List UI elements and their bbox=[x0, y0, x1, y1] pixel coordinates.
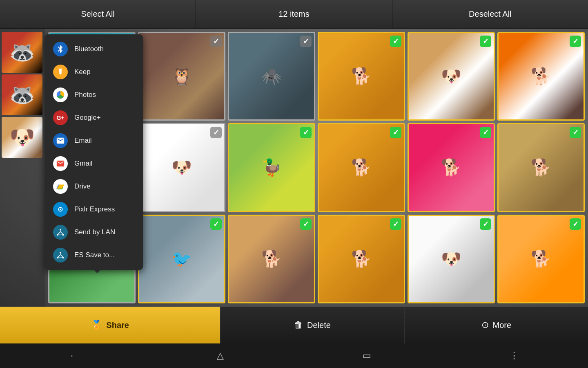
popup-label-keep: Keep bbox=[74, 68, 91, 76]
grid-item-4[interactable]: 🐕✓ bbox=[318, 32, 405, 121]
recents-icon: ▭ bbox=[363, 350, 371, 361]
top-bar: Select All 12 items Deselect All bbox=[0, 0, 588, 29]
share-popup: BluetoothKeepPhotosG+Google+EmailGmailDr… bbox=[45, 34, 143, 270]
popup-label-lan: Send by LAN bbox=[74, 228, 115, 236]
grid-item-14[interactable]: 🐦✓ bbox=[138, 215, 225, 303]
bluetooth-icon bbox=[53, 42, 68, 56]
svg-point-2 bbox=[60, 209, 61, 210]
check-badge-15: ✓ bbox=[300, 218, 312, 230]
grid-item-5[interactable]: 🐶✓ bbox=[408, 32, 495, 121]
nav-menu-icon: ⋮ bbox=[510, 350, 519, 361]
popup-item-googleplus[interactable]: G+Google+ bbox=[45, 106, 143, 129]
recents-button[interactable]: ▭ bbox=[350, 346, 383, 365]
popup-label-photos: Photos bbox=[74, 91, 96, 99]
check-badge-6: ✓ bbox=[570, 36, 581, 47]
nav-menu-button[interactable]: ⋮ bbox=[497, 346, 531, 365]
share-icon: 🏅 bbox=[91, 320, 102, 330]
main-area: 🦝 🦝 🐶 🐟✓🦉✓🕷️✓🐕✓🐶✓🐕✓🐈✓🐶✓🦆✓🐕✓🐕✓🐕✓🦋✓🐦✓🐕✓🐕✓🐶… bbox=[0, 29, 588, 307]
gmail-icon bbox=[53, 156, 68, 171]
lan-icon bbox=[53, 225, 68, 240]
delete-icon: 🗑 bbox=[294, 320, 303, 330]
popup-label-gmail: Gmail bbox=[74, 159, 92, 168]
svg-point-3 bbox=[60, 229, 61, 231]
popup-label-essave: ES Save to... bbox=[74, 251, 115, 259]
item-count: 12 items bbox=[196, 0, 392, 28]
keep-icon bbox=[53, 65, 68, 79]
left-thumb-1[interactable]: 🦝 bbox=[2, 32, 42, 73]
popup-item-bluetooth[interactable]: Bluetooth bbox=[45, 38, 143, 61]
home-button[interactable]: △ bbox=[205, 346, 236, 365]
left-thumb-3[interactable]: 🐶 bbox=[2, 117, 42, 158]
deselect-all-label: Deselect All bbox=[469, 9, 512, 19]
select-all-label: Select All bbox=[81, 9, 115, 19]
check-badge-17: ✓ bbox=[480, 218, 491, 230]
more-label: More bbox=[493, 321, 512, 330]
check-badge-9: ✓ bbox=[300, 127, 312, 138]
popup-item-gmail[interactable]: Gmail bbox=[45, 152, 143, 175]
item-count-label: 12 items bbox=[278, 9, 310, 19]
grid-item-17[interactable]: 🐶✓ bbox=[408, 215, 495, 303]
bottom-toolbar: 🏅 Share 🗑 Delete ⊙ More bbox=[0, 307, 588, 343]
popup-item-keep[interactable]: Keep bbox=[45, 61, 143, 83]
popup-item-pixlr[interactable]: Pixlr Express bbox=[45, 198, 143, 221]
popup-item-lan[interactable]: Send by LAN bbox=[45, 221, 143, 244]
grid-item-6[interactable]: 🐕✓ bbox=[497, 32, 585, 121]
check-badge-18: ✓ bbox=[570, 218, 581, 230]
deselect-all-button[interactable]: Deselect All bbox=[392, 0, 588, 28]
essave-icon bbox=[53, 248, 68, 263]
email-icon bbox=[53, 133, 68, 148]
grid-item-3[interactable]: 🕷️✓ bbox=[228, 32, 315, 121]
nav-bar: ← △ ▭ ⋮ bbox=[0, 343, 588, 368]
check-badge-12: ✓ bbox=[570, 127, 581, 138]
grid-item-18[interactable]: 🐕✓ bbox=[497, 215, 585, 303]
pixlr-icon bbox=[53, 202, 68, 217]
check-badge-3: ✓ bbox=[300, 36, 312, 47]
popup-label-bluetooth: Bluetooth bbox=[74, 45, 104, 53]
grid-item-2[interactable]: 🦉✓ bbox=[138, 32, 225, 121]
popup-label-pixlr: Pixlr Express bbox=[74, 205, 115, 213]
grid-item-8[interactable]: 🐶✓ bbox=[138, 123, 225, 212]
popup-item-email[interactable]: Email bbox=[45, 129, 143, 152]
left-column: 🦝 🦝 🐶 bbox=[0, 29, 45, 307]
popup-label-drive: Drive bbox=[74, 182, 91, 191]
left-thumb-2[interactable]: 🦝 bbox=[2, 74, 42, 115]
check-badge-10: ✓ bbox=[390, 127, 401, 138]
grid-item-12[interactable]: 🐕✓ bbox=[497, 123, 585, 212]
check-badge-8: ✓ bbox=[210, 127, 222, 138]
popup-label-googleplus: Google+ bbox=[74, 114, 101, 122]
share-button[interactable]: 🏅 Share bbox=[0, 307, 220, 343]
grid-item-11[interactable]: 🐕✓ bbox=[408, 123, 495, 212]
check-badge-5: ✓ bbox=[480, 36, 491, 47]
drive-icon bbox=[53, 179, 68, 194]
check-badge-2: ✓ bbox=[210, 36, 222, 47]
share-label: Share bbox=[106, 321, 129, 330]
check-badge-11: ✓ bbox=[480, 127, 491, 138]
more-button[interactable]: ⊙ More bbox=[405, 307, 588, 343]
delete-button[interactable]: 🗑 Delete bbox=[220, 307, 404, 343]
check-badge-4: ✓ bbox=[390, 36, 401, 47]
popup-item-essave[interactable]: ES Save to... bbox=[45, 244, 143, 267]
popup-label-email: Email bbox=[74, 137, 92, 145]
back-icon: ← bbox=[69, 350, 78, 361]
svg-point-6 bbox=[60, 252, 61, 254]
check-badge-16: ✓ bbox=[390, 218, 401, 230]
popup-item-drive[interactable]: Drive bbox=[45, 175, 143, 198]
delete-label: Delete bbox=[307, 321, 331, 330]
back-button[interactable]: ← bbox=[57, 346, 91, 365]
googleplus-icon: G+ bbox=[53, 110, 68, 125]
more-icon: ⊙ bbox=[481, 320, 489, 330]
select-all-button[interactable]: Select All bbox=[0, 0, 196, 28]
grid-item-9[interactable]: 🦆✓ bbox=[228, 123, 315, 212]
grid-item-10[interactable]: 🐕✓ bbox=[318, 123, 405, 212]
grid-item-15[interactable]: 🐕✓ bbox=[228, 215, 315, 303]
grid-item-16[interactable]: 🐕✓ bbox=[318, 215, 405, 303]
photos-icon bbox=[53, 88, 68, 102]
popup-item-photos[interactable]: Photos bbox=[45, 83, 143, 106]
home-icon: △ bbox=[217, 350, 224, 361]
check-badge-14: ✓ bbox=[210, 218, 222, 230]
